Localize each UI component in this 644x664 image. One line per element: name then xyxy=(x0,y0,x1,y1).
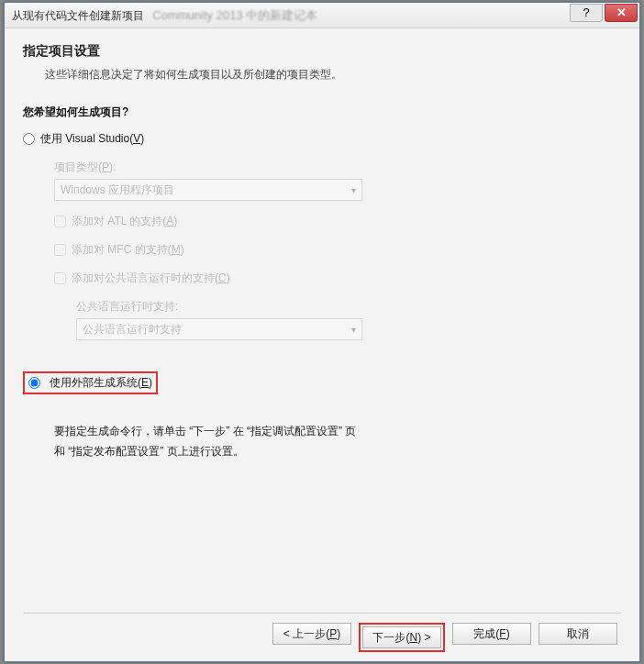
clr-sub-label: 公共语言运行时支持: xyxy=(76,299,621,315)
checkbox-atl-label: 添加对 ATL 的支持(A) xyxy=(72,214,177,229)
next-button[interactable]: 下一步(N) > xyxy=(362,626,441,648)
project-type-select: Windows 应用程序项目 ▾ xyxy=(54,179,362,201)
prev-button[interactable]: < 上一步(P) xyxy=(272,623,351,645)
radio-vs-input[interactable] xyxy=(23,133,35,145)
checkbox-atl-input xyxy=(54,216,66,227)
footer-buttons: < 上一步(P) 下一步(N) > 完成(F) 取消 xyxy=(23,613,621,652)
page-title: 指定项目设置 xyxy=(23,43,621,60)
checkbox-clr-label: 添加对公共语言运行时的支持(C) xyxy=(72,271,230,286)
page-subtitle: 这些详细信息决定了将如何生成项目以及所创建的项目类型。 xyxy=(45,67,621,83)
external-description: 要指定生成命令行，请单击 “下一步” 在 “指定调试配置设置” 页和 “指定发布… xyxy=(54,422,366,461)
cancel-button[interactable]: 取消 xyxy=(539,623,617,645)
checkbox-mfc: 添加对 MFC 的支持(M) xyxy=(54,242,621,258)
highlight-box-next: 下一步(N) > xyxy=(359,623,445,652)
project-type-label: 项目类型(P): xyxy=(54,160,621,175)
titlebar-title: 从现有代码文件创建新项目 Community 2013 中的新建记本 xyxy=(12,7,570,24)
project-type-value: Windows 应用程序项目 xyxy=(61,183,174,198)
highlight-box-radio: 使用外部生成系统(E) xyxy=(23,371,158,394)
chevron-down-icon: ▾ xyxy=(351,325,356,335)
help-button[interactable]: ? xyxy=(570,4,603,22)
clr-sub-block: 公共语言运行时支持: 公共语言运行时支持 ▾ xyxy=(76,299,621,340)
question-label: 您希望如何生成项目? xyxy=(23,105,621,120)
checkbox-clr: 添加对公共语言运行时的支持(C) xyxy=(54,271,621,286)
checkbox-mfc-input xyxy=(54,244,66,256)
finish-button[interactable]: 完成(F) xyxy=(452,623,531,645)
content-area: 指定项目设置 这些详细信息决定了将如何生成项目以及所创建的项目类型。 您希望如何… xyxy=(5,28,639,661)
clr-sub-value: 公共语言运行时支持 xyxy=(83,322,182,338)
radio-use-visual-studio[interactable]: 使用 Visual Studio(V) xyxy=(23,131,621,147)
vs-options-block: 项目类型(P): Windows 应用程序项目 ▾ 添加对 ATL 的支持(A)… xyxy=(54,160,621,353)
radio-external-input[interactable] xyxy=(28,377,40,389)
clr-sub-select: 公共语言运行时支持 ▾ xyxy=(76,318,362,340)
chevron-down-icon: ▾ xyxy=(351,185,356,195)
close-icon: ✕ xyxy=(616,6,627,19)
dialog-window: 从现有代码文件创建新项目 Community 2013 中的新建记本 ? ✕ 指… xyxy=(4,2,640,662)
checkbox-mfc-label: 添加对 MFC 的支持(M) xyxy=(72,242,184,258)
close-button[interactable]: ✕ xyxy=(605,4,638,22)
titlebar: 从现有代码文件创建新项目 Community 2013 中的新建记本 ? ✕ xyxy=(5,3,639,28)
radio-external-label: 使用外部生成系统(E) xyxy=(50,375,152,391)
radio-vs-label: 使用 Visual Studio(V) xyxy=(40,131,144,147)
radio-external-row: 使用外部生成系统(E) xyxy=(23,371,621,394)
checkbox-clr-input xyxy=(54,272,66,284)
checkbox-atl: 添加对 ATL 的支持(A) xyxy=(54,214,621,229)
